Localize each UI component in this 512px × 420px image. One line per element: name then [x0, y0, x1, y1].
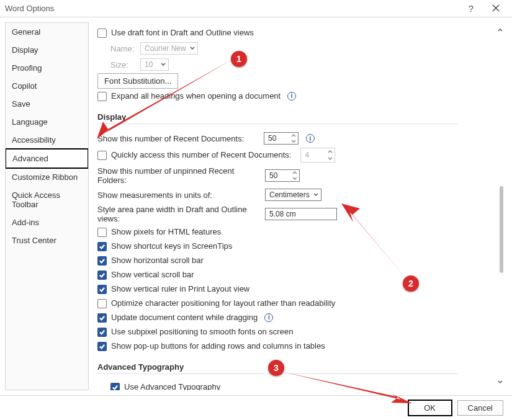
- checkbox-label: Show shortcut keys in ScreenTips: [111, 241, 232, 252]
- checkbox-option[interactable]: Show shortcut keys in ScreenTips: [97, 239, 475, 254]
- checkbox-expand-headings[interactable]: Expand all headings when opening a docum…: [97, 89, 475, 104]
- checkbox-option[interactable]: Show vertical ruler in Print Layout view: [97, 282, 475, 297]
- chevron-down-icon: [161, 60, 166, 69]
- checkbox-label: Show vertical ruler in Print Layout view: [111, 284, 249, 295]
- sidebar-item-save[interactable]: Save: [6, 95, 88, 113]
- spinner-icon: [289, 133, 298, 144]
- recent-documents-spinner[interactable]: 50: [264, 132, 299, 145]
- titlebar: Word Options ?: [0, 0, 512, 17]
- draft-font-name-row: Name: Courier New: [110, 40, 475, 56]
- section-heading-typography: Advanced Typography: [97, 362, 457, 374]
- checkbox-label: Show horizontal scroll bar: [111, 255, 204, 266]
- checkbox-label: Update document content while dragging: [111, 312, 258, 323]
- style-pane-width-input[interactable]: 5.08 cm: [265, 208, 337, 220]
- spinner-icon: [290, 170, 299, 181]
- draft-font-size-row: Size: 10: [110, 56, 475, 73]
- size-label: Size:: [110, 60, 137, 69]
- checkbox-label: Show vertical scroll bar: [111, 269, 194, 280]
- checkbox-icon: [97, 270, 107, 280]
- style-pane-width-row: Style area pane width in Draft and Outli…: [97, 203, 475, 225]
- sidebar-item-quick-access-toolbar[interactable]: Quick Access Toolbar: [6, 186, 88, 213]
- sidebar-item-proofing[interactable]: Proofing: [6, 59, 88, 77]
- label: Show measurements in units of:: [97, 190, 260, 200]
- sidebar-item-trust-center[interactable]: Trust Center: [6, 231, 88, 249]
- info-icon[interactable]: i: [264, 313, 273, 322]
- help-button[interactable]: ?: [459, 3, 483, 14]
- checkbox-label: Show pixels for HTML features: [111, 226, 221, 238]
- checkbox-icon: [97, 313, 107, 323]
- checkbox-quick-access[interactable]: Quickly access this number of Recent Doc…: [97, 146, 475, 164]
- label: Style area pane width in Draft and Outli…: [97, 205, 260, 223]
- chevron-down-icon: [190, 44, 195, 53]
- sidebar-item-advanced[interactable]: Advanced: [5, 148, 89, 169]
- checkbox-label: Expand all headings when opening a docum…: [111, 91, 281, 102]
- scroll-up-icon[interactable]: [496, 25, 505, 36]
- checkbox-label: Optimize character positioning for layou…: [111, 298, 335, 309]
- checkbox-option[interactable]: Show horizontal scroll bar: [97, 254, 475, 268]
- checkbox-option[interactable]: Show vertical scroll bar: [97, 268, 475, 282]
- checkbox-icon: [110, 383, 120, 391]
- checkbox-label: Quickly access this number of Recent Doc…: [111, 150, 291, 161]
- section-heading-display: Display: [97, 112, 457, 124]
- sidebar-item-add-ins[interactable]: Add-ins: [6, 213, 88, 231]
- info-icon[interactable]: i: [306, 134, 315, 143]
- units-combo[interactable]: Centimeters: [265, 189, 321, 201]
- checkbox-option[interactable]: Optimize character positioning for layou…: [97, 297, 475, 311]
- recent-folders-row: Show this number of unpinned Recent Fold…: [97, 164, 475, 187]
- info-icon[interactable]: i: [287, 92, 296, 101]
- sidebar-item-language[interactable]: Language: [6, 113, 88, 131]
- close-button[interactable]: [483, 3, 508, 14]
- checkbox-icon: [97, 92, 107, 101]
- label: Show this number of unpinned Recent Fold…: [97, 166, 260, 185]
- window-title: Word Options: [5, 4, 459, 13]
- scroll-thumb[interactable]: [500, 186, 503, 273]
- chevron-down-icon: [313, 190, 318, 199]
- sidebar-item-display[interactable]: Display: [6, 41, 88, 59]
- name-label: Name:: [110, 44, 137, 53]
- checkbox-label: Use Advanced Typography: [124, 382, 220, 390]
- font-substitution-button[interactable]: Font Substitution...: [97, 73, 178, 89]
- recent-documents-row: Show this number of Recent Documents: 50…: [97, 130, 475, 146]
- checkbox-icon: [97, 151, 107, 160]
- measurement-units-row: Show measurements in units of: Centimete…: [97, 187, 475, 203]
- checkbox-icon: [97, 342, 107, 351]
- ok-button[interactable]: OK: [408, 400, 452, 416]
- quick-access-spinner: 4: [300, 148, 335, 163]
- checkbox-icon: [97, 299, 107, 308]
- checkbox-option[interactable]: Update document content while draggingi: [97, 311, 475, 325]
- main-panel: Use draft font in Draft and Outline view…: [95, 22, 507, 390]
- checkbox-icon: [97, 256, 107, 266]
- checkbox-icon: [97, 29, 107, 38]
- checkbox-icon: [97, 242, 107, 251]
- sidebar: GeneralDisplayProofingCopilotSaveLanguag…: [5, 22, 89, 390]
- checkbox-label: Use subpixel positioning to smooth fonts…: [111, 326, 293, 337]
- cancel-button[interactable]: Cancel: [457, 400, 503, 416]
- sidebar-item-accessibility[interactable]: Accessibility: [6, 131, 88, 149]
- checkbox-label: Use draft font in Draft and Outline view…: [111, 27, 254, 38]
- sidebar-item-customize-ribbon[interactable]: Customize Ribbon: [6, 168, 88, 186]
- checkbox-use-adv-typography[interactable]: Use Advanced Typography: [110, 380, 475, 390]
- dialog-footer: OK Cancel: [0, 395, 512, 420]
- checkbox-label: Show pop-up buttons for adding rows and …: [111, 341, 325, 352]
- checkbox-draft-font[interactable]: Use draft font in Draft and Outline view…: [97, 26, 475, 40]
- checkbox-icon: [97, 328, 107, 337]
- spinner-icon: [325, 148, 335, 162]
- checkbox-option[interactable]: Show pixels for HTML features: [97, 225, 475, 239]
- scrollbar[interactable]: [496, 25, 505, 388]
- checkbox-icon: [97, 285, 107, 294]
- checkbox-icon: [97, 228, 107, 237]
- sidebar-item-copilot[interactable]: Copilot: [6, 77, 88, 95]
- checkbox-option[interactable]: Show pop-up buttons for adding rows and …: [97, 339, 475, 354]
- sidebar-item-general[interactable]: General: [6, 23, 88, 41]
- size-combo: 10: [140, 58, 169, 71]
- recent-folders-spinner[interactable]: 50: [265, 169, 300, 182]
- scroll-down-icon[interactable]: [496, 377, 505, 388]
- name-combo: Courier New: [140, 42, 198, 55]
- label: Show this number of Recent Documents:: [97, 134, 259, 143]
- checkbox-option[interactable]: Use subpixel positioning to smooth fonts…: [97, 325, 475, 339]
